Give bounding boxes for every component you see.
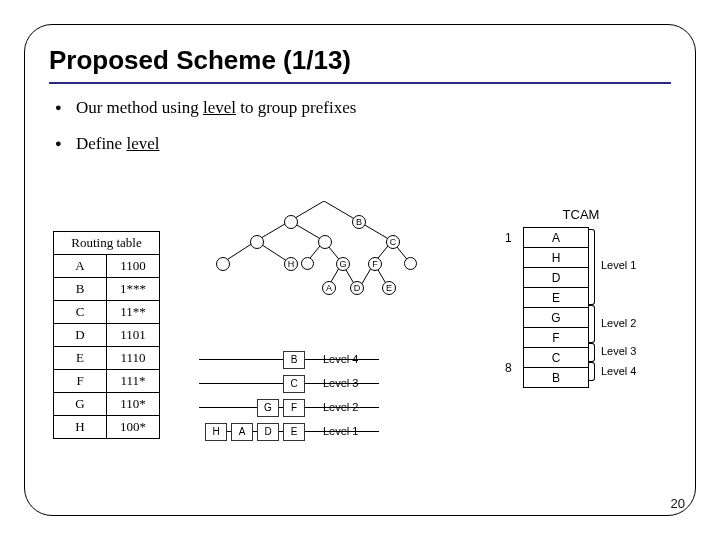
stack-box: B [283,351,305,369]
stack-box: C [283,375,305,393]
tcam-cell: F [524,328,589,348]
tree-node [318,235,332,249]
title-rule [49,82,671,84]
cell: 110* [107,393,160,416]
tcam-cell: A [524,228,589,248]
cell: G [54,393,107,416]
brace-icon [589,229,595,305]
tree-node [250,235,264,249]
text: Our method using [76,98,203,117]
text: level [203,98,236,117]
tcam-index: 8 [505,361,512,375]
text: level [126,134,159,153]
tcam-diagram: TCAM 1 8 A H D E G F C B Level 1 Level 2… [493,207,669,226]
stack-box: E [283,423,305,441]
cell: 100* [107,416,160,439]
tcam-level-label: Level 3 [601,345,636,357]
tcam-cell: E [524,288,589,308]
cell: B [54,278,107,301]
tree-node: A [322,281,336,295]
tcam-level-label: Level 1 [601,259,636,271]
cell: A [54,255,107,278]
tcam-cell: D [524,268,589,288]
stack-box: A [231,423,253,441]
tree-node: G [336,257,350,271]
cell: 1110 [107,347,160,370]
cell: 1100 [107,255,160,278]
tcam-index: 1 [505,231,512,245]
cell: H [54,416,107,439]
tcam-cell: G [524,308,589,328]
tcam-level-label: Level 2 [601,317,636,329]
prefix-tree: B C H G F A D E [184,201,464,331]
tree-node [216,257,230,271]
tree-node: D [350,281,364,295]
stack-label: Level 3 [323,377,358,389]
bullet-1: Our method using level to group prefixes [55,98,671,118]
cell: 1101 [107,324,160,347]
tree-node: B [352,215,366,229]
stack-label: Level 2 [323,401,358,413]
stack-box: H [205,423,227,441]
stack-box: F [283,399,305,417]
routing-header: Routing table [54,232,160,255]
cell: F [54,370,107,393]
brace-icon [589,343,595,362]
routing-table: Routing table A1100 B1*** C11** D1101 E1… [53,231,160,439]
page-title: Proposed Scheme (1/13) [49,45,671,76]
tree-node: H [284,257,298,271]
tcam-cell: C [524,348,589,368]
tcam-level-label: Level 4 [601,365,636,377]
bullet-list: Our method using level to group prefixes… [49,98,671,154]
cell: 1*** [107,278,160,301]
stack-box: D [257,423,279,441]
tcam-title: TCAM [493,207,669,222]
tree-node [404,257,417,270]
text: to group prefixes [236,98,356,117]
cell: 111* [107,370,160,393]
tree-node: C [386,235,400,249]
tcam-cell: H [524,248,589,268]
cell: 11** [107,301,160,324]
page-number: 20 [671,496,685,511]
cell: D [54,324,107,347]
brace-icon [589,362,595,381]
tree-node [301,257,314,270]
stack-label: Level 4 [323,353,358,365]
cell: E [54,347,107,370]
cell: C [54,301,107,324]
tcam-table: A H D E G F C B [523,227,589,388]
brace-icon [589,305,595,343]
stack-box: G [257,399,279,417]
tcam-cell: B [524,368,589,388]
text: Define [76,134,127,153]
stack-label: Level 1 [323,425,358,437]
tree-node [284,215,298,229]
level-stack: B Level 4 C Level 3 G F Level 2 [199,351,429,461]
tree-node: E [382,281,396,295]
bullet-2: Define level [55,134,671,154]
tree-node: F [368,257,382,271]
